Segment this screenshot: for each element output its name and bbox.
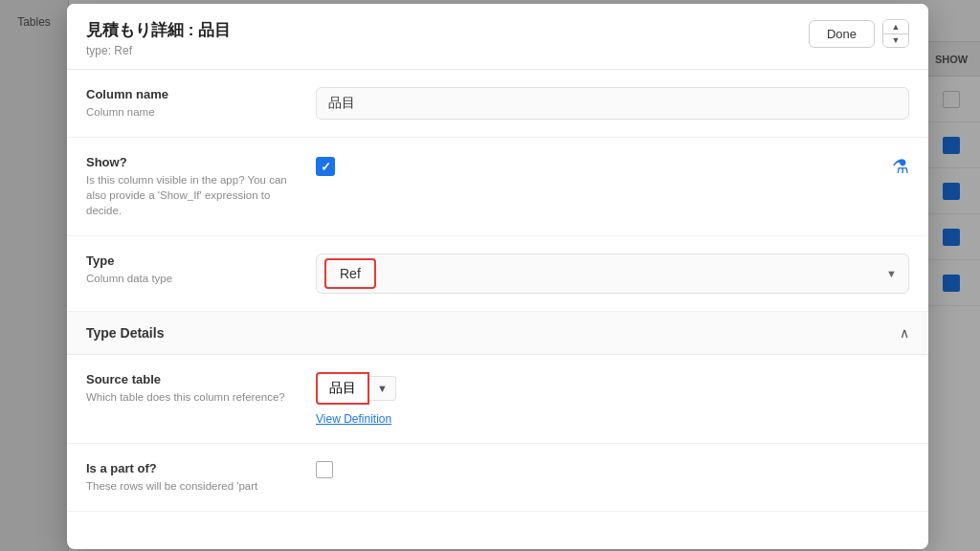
is-part-of-description: These rows will be considered 'part xyxy=(86,478,297,494)
is-part-of-row: Is a part of? These rows will be conside… xyxy=(67,444,928,512)
type-control-group: Ref Ref Text Number Date Yes/No ▼ xyxy=(316,253,909,294)
is-part-of-label: Is a part of? xyxy=(86,461,297,475)
source-table-description: Which table does this column reference? xyxy=(86,389,297,405)
source-select-wrapper: 品目 ▼ View Definition xyxy=(316,372,396,426)
type-row: Type Column data type Ref Ref Text Numbe… xyxy=(67,236,928,312)
navigation-arrows[interactable]: ▲ ▼ xyxy=(882,19,909,48)
column-name-description: Column name xyxy=(86,104,297,120)
modal-title: 見積もり詳細 : 品目 xyxy=(86,19,231,41)
view-definition-link[interactable]: View Definition xyxy=(316,412,396,426)
show-checkbox[interactable]: ✓ xyxy=(316,157,335,176)
checkmark-icon: ✓ xyxy=(321,160,331,174)
type-description: Column data type xyxy=(86,271,297,286)
type-details-section-title: Type Details xyxy=(86,325,164,341)
show-description: Is this column visible in the app? You c… xyxy=(86,172,297,218)
source-table-label: Source table xyxy=(86,372,297,386)
modal-title-group: 見積もり詳細 : 品目 type: Ref xyxy=(86,19,231,57)
type-label: Type xyxy=(86,253,297,268)
done-button[interactable]: Done xyxy=(809,20,875,48)
show-label-group: Show? Is this column visible in the app?… xyxy=(86,155,297,218)
column-name-label: Column name xyxy=(86,87,297,101)
source-table-row: Source table Which table does this colum… xyxy=(67,355,928,444)
column-name-row: Column name Column name xyxy=(67,70,928,138)
is-part-of-control-group xyxy=(316,461,909,478)
modal-header: 見積もり詳細 : 品目 type: Ref Done ▲ ▼ xyxy=(67,4,928,70)
show-label: Show? xyxy=(86,155,297,169)
type-details-section-header: Type Details ∧ xyxy=(67,312,928,355)
source-table-label-group: Source table Which table does this colum… xyxy=(86,372,297,405)
modal-body[interactable]: Column name Column name Show? Is this co… xyxy=(67,70,928,549)
type-label-group: Type Column data type xyxy=(86,253,297,286)
arrow-down-button[interactable]: ▼ xyxy=(883,34,908,48)
arrow-up-button[interactable]: ▲ xyxy=(883,20,908,34)
source-select-inner: 品目 ▼ xyxy=(316,372,396,405)
section-collapse-chevron-icon[interactable]: ∧ xyxy=(900,325,909,341)
is-part-of-checkbox[interactable] xyxy=(316,461,333,478)
is-part-of-label-group: Is a part of? These rows will be conside… xyxy=(86,461,297,494)
column-name-control xyxy=(316,87,909,120)
source-table-dropdown-button[interactable]: ▼ xyxy=(369,376,396,401)
column-name-label-group: Column name Column name xyxy=(86,87,297,120)
modal-header-actions: Done ▲ ▼ xyxy=(809,19,909,48)
type-select-wrapper: Ref Ref Text Number Date Yes/No ▼ xyxy=(316,253,909,294)
source-table-value: 品目 xyxy=(318,374,368,403)
show-row: Show? Is this column visible in the app?… xyxy=(67,138,928,236)
source-table-control-group: 品目 ▼ View Definition xyxy=(316,372,909,426)
flask-icon: ⚗ xyxy=(892,155,909,178)
source-ref-highlight-box: 品目 xyxy=(316,372,369,405)
modal-subtitle: type: Ref xyxy=(86,44,231,57)
column-editor-modal: 見積もり詳細 : 品目 type: Ref Done ▲ ▼ Column na… xyxy=(67,4,928,549)
column-name-input[interactable] xyxy=(316,87,909,120)
show-control-group: ✓ ⚗ xyxy=(316,155,909,178)
